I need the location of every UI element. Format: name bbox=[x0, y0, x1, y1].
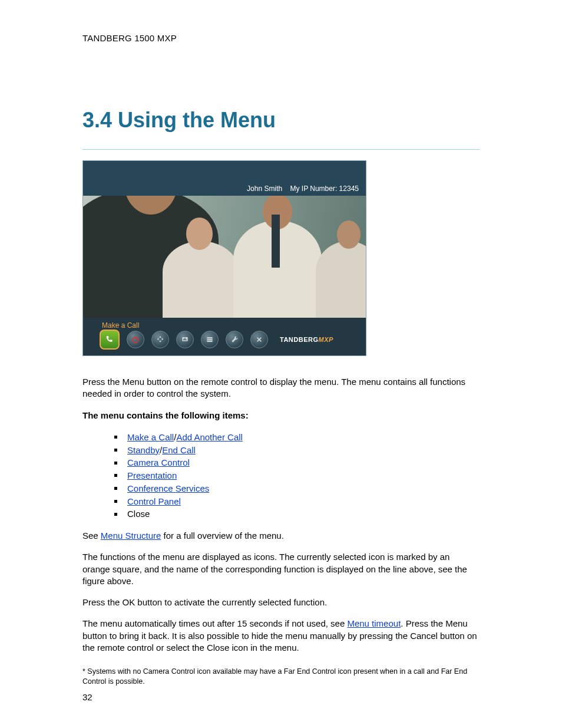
list-item: Conference Services bbox=[114, 482, 480, 495]
footnote: * Systems with no Camera Control icon av… bbox=[82, 667, 480, 687]
list-item: Control Panel bbox=[114, 495, 480, 508]
timeout-paragraph: The menu automatically times out after 1… bbox=[82, 618, 480, 654]
link-presentation[interactable]: Presentation bbox=[127, 470, 177, 480]
tandberg-logo: TANDBERGMXP bbox=[280, 336, 333, 343]
link-make-a-call[interactable]: Make a Call bbox=[127, 432, 174, 442]
wrench-icon[interactable] bbox=[226, 331, 243, 348]
video-conference-still bbox=[83, 196, 366, 318]
link-add-another-call[interactable]: Add Another Call bbox=[176, 432, 243, 442]
list-item: Presentation bbox=[114, 469, 480, 482]
person-silhouette bbox=[316, 241, 366, 318]
intro-paragraph: Press the Menu button on the remote cont… bbox=[82, 376, 480, 400]
status-user-name: John Smith bbox=[247, 185, 282, 193]
icons-paragraph: The functions of the menu are displayed … bbox=[82, 551, 480, 587]
power-icon[interactable] bbox=[127, 331, 144, 348]
conference-services-icon[interactable] bbox=[201, 331, 219, 348]
brand-suffix: MXP bbox=[319, 336, 333, 343]
svg-rect-5 bbox=[186, 339, 186, 340]
section-heading: 3.4 Using the Menu bbox=[82, 108, 480, 133]
on-screen-menu-bar: Make a Call bbox=[83, 318, 366, 355]
timeout-text-a: The menu automatically times out after 1… bbox=[82, 618, 347, 628]
text-close: Close bbox=[127, 509, 150, 519]
link-control-panel[interactable]: Control Panel bbox=[127, 496, 181, 506]
menu-items-heading: The menu contains the following items: bbox=[82, 410, 480, 421]
list-item: Standby/End Call bbox=[114, 444, 480, 457]
page-number: 32 bbox=[82, 692, 92, 702]
call-icon[interactable] bbox=[100, 330, 120, 350]
see-prefix: See bbox=[82, 531, 101, 541]
selected-function-label: Make a Call bbox=[102, 321, 139, 330]
link-menu-structure[interactable]: Menu Structure bbox=[101, 531, 161, 541]
list-item: Camera Control bbox=[114, 456, 480, 469]
menu-screenshot: John Smith My IP Number: 12345 Make a Ca… bbox=[82, 160, 366, 356]
person-silhouette bbox=[163, 241, 239, 318]
person-silhouette bbox=[233, 220, 322, 318]
menu-items-list: Make a Call/Add Another Call Standby/End… bbox=[114, 431, 480, 521]
svg-rect-4 bbox=[184, 338, 185, 340]
status-bar: John Smith My IP Number: 12345 bbox=[247, 185, 359, 193]
camera-control-icon[interactable] bbox=[151, 331, 169, 348]
link-standby[interactable]: Standby bbox=[127, 445, 160, 455]
list-item: Make a Call/Add Another Call bbox=[114, 431, 480, 444]
page-header-product: TANDBERG 1500 MXP bbox=[82, 33, 480, 43]
close-icon[interactable] bbox=[250, 331, 268, 348]
see-paragraph: See Menu Structure for a full overview o… bbox=[82, 530, 480, 542]
list-item: Close bbox=[114, 508, 480, 521]
ok-paragraph: Press the OK button to activate the curr… bbox=[82, 597, 480, 608]
link-menu-timeout[interactable]: Menu timeout bbox=[347, 618, 401, 628]
menu-icons-row: TANDBERGMXP bbox=[100, 330, 333, 350]
status-ip-number: My IP Number: 12345 bbox=[290, 185, 359, 193]
presentation-icon[interactable] bbox=[176, 331, 194, 348]
document-page: TANDBERG 1500 MXP 3.4 Using the Menu Joh… bbox=[0, 0, 562, 728]
link-end-call[interactable]: End Call bbox=[162, 445, 196, 455]
see-suffix: for a full overview of the menu. bbox=[161, 531, 283, 541]
link-conference-services[interactable]: Conference Services bbox=[127, 483, 209, 493]
svg-rect-3 bbox=[183, 339, 184, 341]
brand-name: TANDBERG bbox=[280, 336, 319, 343]
section-divider bbox=[82, 149, 480, 150]
link-camera-control[interactable]: Camera Control bbox=[127, 457, 190, 467]
svg-rect-6 bbox=[207, 337, 212, 342]
